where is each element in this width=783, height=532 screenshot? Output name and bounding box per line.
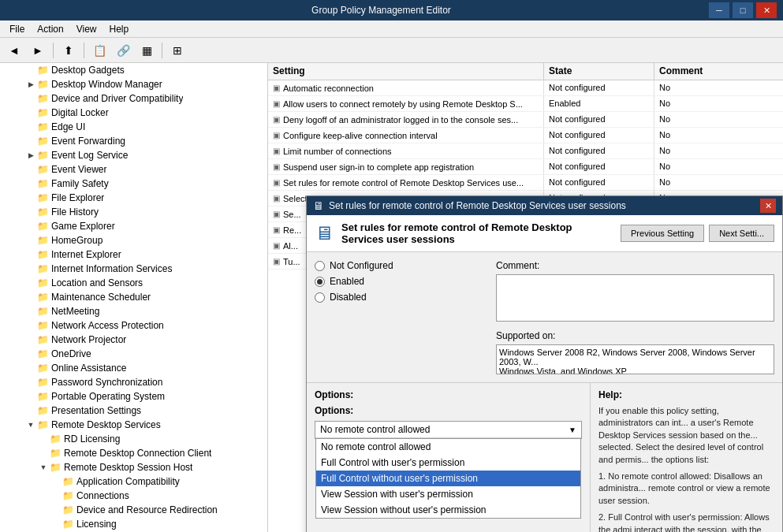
tree-expand-icon[interactable] bbox=[25, 121, 36, 132]
forward-button[interactable]: ► bbox=[27, 40, 49, 61]
tree-expand-icon[interactable]: ▶ bbox=[25, 150, 36, 161]
tree-item[interactable]: 📁Maintenance Scheduler bbox=[0, 290, 267, 304]
tree-item[interactable]: 📁Digital Locker bbox=[0, 106, 267, 120]
tree-expand-icon[interactable] bbox=[25, 348, 36, 359]
menu-action[interactable]: Action bbox=[31, 22, 69, 36]
tree-item[interactable]: 📁File History bbox=[0, 205, 267, 219]
tree-expand-icon[interactable] bbox=[50, 490, 62, 501]
dropdown-item-0[interactable]: No remote control allowed bbox=[316, 439, 580, 455]
tree-item[interactable]: 📁OneDrive bbox=[0, 347, 267, 361]
tree-item[interactable]: 📁Connections bbox=[0, 489, 267, 503]
table-row[interactable]: ▣Automatic reconnectionNot configuredNo bbox=[268, 80, 783, 96]
tree-expand-icon[interactable]: ▶ bbox=[25, 79, 36, 90]
table-row[interactable]: ▣Deny logoff of an administrator logged … bbox=[268, 112, 783, 128]
tree-expand-icon[interactable] bbox=[25, 263, 36, 274]
tree-expand-icon[interactable] bbox=[38, 433, 49, 445]
dropdown-item-1[interactable]: Full Control with user's permission bbox=[316, 455, 580, 471]
tree-item[interactable]: 📁Device and Driver Compatibility bbox=[0, 91, 267, 106]
show-hide-button[interactable]: 📋 bbox=[88, 40, 110, 61]
comment-input[interactable] bbox=[496, 274, 774, 322]
next-setting-button[interactable]: Next Setti... bbox=[709, 225, 774, 242]
dropdown-item-4[interactable]: View Session without user's permission bbox=[316, 502, 580, 518]
tree-item[interactable]: ▶📁Desktop Window Manager bbox=[0, 77, 267, 91]
tree-expand-icon[interactable] bbox=[25, 277, 36, 288]
tree-item[interactable]: 📁Family Safety bbox=[0, 177, 267, 191]
tree-expand-icon[interactable] bbox=[25, 192, 36, 203]
tree-expand-icon[interactable] bbox=[25, 391, 36, 402]
menu-file[interactable]: File bbox=[3, 22, 31, 36]
tree-item[interactable]: 📁Application Compatibility bbox=[0, 474, 267, 489]
radio-not-configured[interactable]: Not Configured bbox=[315, 260, 488, 271]
dropdown-item-2[interactable]: Full Control without user's permission bbox=[316, 471, 580, 486]
tree-expand-icon[interactable] bbox=[25, 363, 36, 374]
tree-item[interactable]: 📁Portable Operating System bbox=[0, 389, 267, 404]
tree-item[interactable]: 📁Internet Information Services bbox=[0, 262, 267, 276]
tree-expand-icon[interactable] bbox=[25, 292, 36, 303]
tree-item[interactable]: 📁Remote Desktop Connection Client bbox=[0, 446, 267, 460]
tree-expand-icon[interactable] bbox=[25, 136, 36, 147]
tree-item[interactable]: 📁Network Projector bbox=[0, 333, 267, 347]
close-button[interactable]: ✕ bbox=[756, 2, 777, 18]
tree-expand-icon[interactable] bbox=[25, 405, 36, 416]
tree-expand-icon[interactable] bbox=[25, 65, 36, 76]
tree-item[interactable]: 📁Location and Sensors bbox=[0, 276, 267, 290]
tree-expand-icon[interactable] bbox=[25, 221, 36, 232]
table-row[interactable]: ▣Configure keep-alive connection interva… bbox=[268, 128, 783, 143]
menu-view[interactable]: View bbox=[70, 22, 103, 36]
tree-expand-icon[interactable] bbox=[50, 504, 62, 515]
tree-expand-icon[interactable] bbox=[25, 93, 36, 104]
tree-item[interactable]: 📁RD Licensing bbox=[0, 432, 267, 446]
tree-expand-icon[interactable]: ▼ bbox=[38, 462, 49, 473]
up-button[interactable]: ⬆ bbox=[58, 40, 80, 61]
modal-close-button[interactable]: ✕ bbox=[760, 199, 776, 213]
tree-item[interactable]: 📁Event Forwarding bbox=[0, 134, 267, 148]
tree-item[interactable]: ▼📁Remote Desktop Session Host bbox=[0, 460, 267, 474]
tree-expand-icon[interactable] bbox=[38, 448, 49, 459]
tree-expand-icon[interactable] bbox=[50, 476, 62, 487]
tree-item[interactable]: 📁Edge UI bbox=[0, 120, 267, 134]
table-row[interactable]: ▣Allow users to connect remotely by usin… bbox=[268, 96, 783, 112]
tree-item[interactable]: 📁Device and Resource Redirection bbox=[0, 503, 267, 517]
filter-button[interactable]: ⊞ bbox=[166, 40, 188, 61]
tree-item[interactable]: 📁Network Access Protection bbox=[0, 318, 267, 333]
tree-expand-icon[interactable] bbox=[25, 334, 36, 345]
tree-item[interactable]: 📁HomeGroup bbox=[0, 233, 267, 247]
tree-expand-icon[interactable] bbox=[50, 519, 62, 530]
menu-help[interactable]: Help bbox=[103, 22, 136, 36]
table-row[interactable]: ▣Set rules for remote control of Remote … bbox=[268, 175, 783, 191]
tree-item[interactable]: 📁Licensing bbox=[0, 517, 267, 531]
table-row[interactable]: ▣Limit number of connectionsNot configur… bbox=[268, 143, 783, 159]
tree-scroll[interactable]: 📁Desktop Gadgets▶📁Desktop Window Manager… bbox=[0, 63, 267, 532]
dropdown-header[interactable]: No remote control allowed ▼ bbox=[315, 422, 581, 438]
tree-expand-icon[interactable] bbox=[25, 306, 36, 317]
tree-item[interactable]: 📁Presentation Settings bbox=[0, 404, 267, 418]
tree-expand-icon[interactable] bbox=[25, 164, 36, 175]
tree-item[interactable]: ▼📁Remote Desktop Services bbox=[0, 418, 267, 432]
tree-expand-icon[interactable] bbox=[25, 235, 36, 246]
view-button[interactable]: ▦ bbox=[136, 40, 158, 61]
link-button[interactable]: 🔗 bbox=[112, 40, 134, 61]
tree-item[interactable]: 📁NetMeeting bbox=[0, 304, 267, 318]
tree-expand-icon[interactable] bbox=[25, 320, 36, 331]
tree-expand-icon[interactable] bbox=[25, 107, 36, 118]
tree-item[interactable]: 📁File Explorer bbox=[0, 191, 267, 205]
prev-setting-button[interactable]: Previous Setting bbox=[621, 225, 704, 242]
radio-enabled[interactable]: Enabled bbox=[315, 276, 488, 287]
maximize-button[interactable]: □ bbox=[733, 2, 753, 18]
tree-item[interactable]: 📁Online Assistance bbox=[0, 361, 267, 375]
tree-item[interactable]: 📁Game Explorer bbox=[0, 219, 267, 233]
tree-expand-icon[interactable]: ▼ bbox=[25, 419, 36, 430]
tree-expand-icon[interactable] bbox=[25, 206, 36, 218]
tree-item[interactable]: 📁Event Viewer bbox=[0, 162, 267, 177]
tree-item[interactable]: 📁Desktop Gadgets bbox=[0, 63, 267, 77]
tree-item[interactable]: 📁Internet Explorer bbox=[0, 247, 267, 262]
minimize-button[interactable]: ─ bbox=[709, 2, 729, 18]
radio-disabled[interactable]: Disabled bbox=[315, 292, 488, 303]
tree-item[interactable]: 📁Password Synchronization bbox=[0, 375, 267, 389]
back-button[interactable]: ◄ bbox=[3, 40, 25, 61]
table-row[interactable]: ▣Suspend user sign-in to complete app re… bbox=[268, 159, 783, 175]
tree-expand-icon[interactable] bbox=[25, 377, 36, 388]
tree-expand-icon[interactable] bbox=[25, 249, 36, 260]
dropdown-item-3[interactable]: View Session with user's permission bbox=[316, 486, 580, 502]
options-dropdown[interactable]: No remote control allowed ▼ No remote co… bbox=[315, 421, 582, 439]
